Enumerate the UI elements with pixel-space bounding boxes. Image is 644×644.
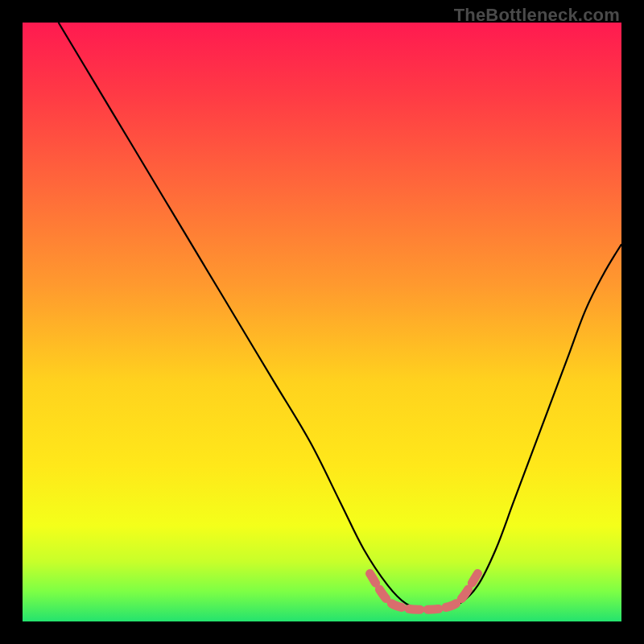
chart-frame: TheBottleneck.com: [0, 0, 644, 644]
plot-area: [23, 23, 621, 621]
bottleneck-chart: [23, 23, 621, 621]
